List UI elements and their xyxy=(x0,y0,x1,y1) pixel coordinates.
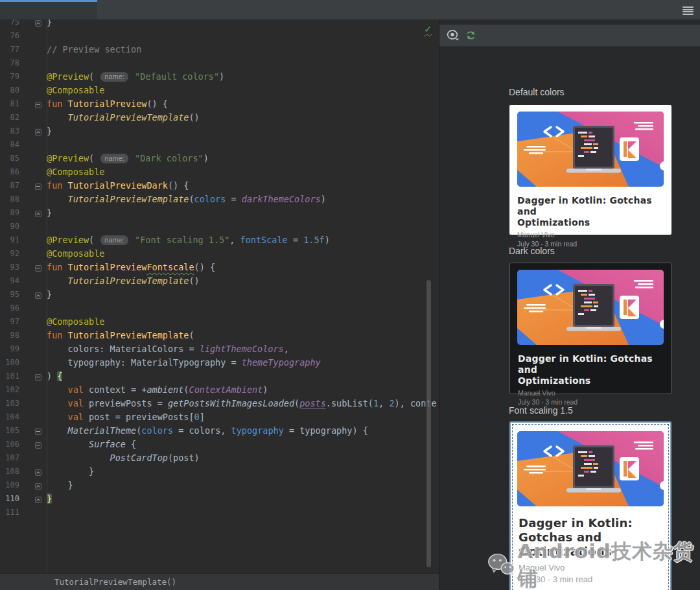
hamburger-menu-icon[interactable] xyxy=(682,6,694,14)
line-number[interactable]: 94 xyxy=(0,274,19,288)
code-line-76[interactable]: 76 xyxy=(0,29,439,43)
line-number[interactable]: 86 xyxy=(0,165,19,179)
line-number[interactable]: 99 xyxy=(0,342,19,356)
fold-end-icon[interactable] xyxy=(35,211,41,217)
line-number[interactable]: 81 xyxy=(0,97,19,111)
code-line-91[interactable]: 91@Preview( name: "Font scaling 1.5", fo… xyxy=(0,233,439,247)
preview-card-dark-colors[interactable]: Dagger in Kotlin: Gotchas and Optimizati… xyxy=(509,263,671,394)
eye-icon[interactable] xyxy=(447,30,460,43)
fold-end-icon[interactable] xyxy=(35,483,41,490)
code-line-86[interactable]: 86@Composable xyxy=(0,165,439,179)
line-number[interactable]: 100 xyxy=(0,356,19,370)
line-number[interactable]: 88 xyxy=(0,193,19,206)
line-number[interactable]: 105 xyxy=(0,424,19,438)
line-number[interactable]: 82 xyxy=(0,111,19,124)
line-number[interactable]: 110 xyxy=(0,492,19,506)
line-number[interactable]: 79 xyxy=(0,70,19,84)
fold-collapse-icon[interactable] xyxy=(35,374,41,381)
line-number[interactable]: 83 xyxy=(0,124,19,138)
line-number[interactable]: 78 xyxy=(0,56,19,70)
line-number[interactable]: 90 xyxy=(0,220,19,233)
code-line-90[interactable]: 90 xyxy=(0,220,439,233)
code-line-80[interactable]: 80@Composable xyxy=(0,84,439,97)
code-line-105[interactable]: 105 MaterialTheme(colors = colors, typog… xyxy=(0,424,439,438)
active-editor-tab[interactable] xyxy=(0,0,97,19)
line-number[interactable]: 77 xyxy=(0,43,19,56)
active-tab-indicator xyxy=(0,0,97,2)
code-line-101[interactable]: 101) { xyxy=(0,370,439,383)
code-line-97[interactable]: 97@Composable xyxy=(0,315,439,329)
code-line-78[interactable]: 78 xyxy=(0,56,439,70)
code-line-104[interactable]: 104 val post = previewPosts[0] xyxy=(0,410,439,424)
line-number[interactable]: 87 xyxy=(0,179,19,193)
line-number[interactable]: 80 xyxy=(0,84,19,97)
line-number[interactable]: 106 xyxy=(0,438,19,451)
code-line-98[interactable]: 98fun TutorialPreviewTemplate( xyxy=(0,329,439,342)
code-line-84[interactable]: 84 xyxy=(0,138,439,152)
code-line-82[interactable]: 82 TutorialPreviewTemplate() xyxy=(0,111,439,124)
fold-collapse-icon[interactable] xyxy=(35,183,41,190)
fold-end-icon[interactable] xyxy=(35,292,41,299)
line-number[interactable]: 107 xyxy=(0,451,19,465)
code-line-110[interactable]: 110} xyxy=(0,492,439,506)
line-number[interactable]: 98 xyxy=(0,329,19,342)
line-number[interactable]: 75 xyxy=(0,19,19,29)
fold-end-icon[interactable] xyxy=(35,469,41,476)
fold-collapse-icon[interactable] xyxy=(35,442,41,449)
code-line-89[interactable]: 89} xyxy=(0,206,439,220)
code-line-77[interactable]: 77// Preview section xyxy=(0,43,439,56)
code-line-88[interactable]: 88 TutorialPreviewTemplate(colors = dark… xyxy=(0,193,439,206)
code-line-93[interactable]: 93fun TutorialPreviewFontscale() { xyxy=(0,261,439,274)
line-number[interactable]: 92 xyxy=(0,247,19,261)
line-number[interactable]: 108 xyxy=(0,465,19,478)
line-number[interactable]: 102 xyxy=(0,383,19,397)
line-number[interactable]: 95 xyxy=(0,288,19,301)
code-line-81[interactable]: 81fun TutorialPreview() { xyxy=(0,97,439,111)
line-number[interactable]: 111 xyxy=(0,506,19,519)
code-line-92[interactable]: 92@Composable xyxy=(0,247,439,261)
breadcrumb[interactable]: TutorialPreviewTemplate() xyxy=(54,574,176,590)
code-line-83[interactable]: 83} xyxy=(0,124,439,138)
line-number[interactable]: 109 xyxy=(0,478,19,492)
fold-end-icon[interactable] xyxy=(35,20,41,27)
fold-collapse-icon[interactable] xyxy=(35,265,41,272)
code-line-100[interactable]: 100 typography: MaterialTypography = the… xyxy=(0,356,439,370)
fold-collapse-icon[interactable] xyxy=(35,429,41,435)
code-line-79[interactable]: 79@Preview( name: "Default colors") xyxy=(0,70,439,84)
editor-vertical-scrollbar[interactable] xyxy=(426,280,431,567)
line-number[interactable]: 96 xyxy=(0,301,19,315)
code-editor[interactable]: 75}7677// Preview section7879@Preview( n… xyxy=(0,19,439,573)
inspections-ok-check-icon[interactable]: ✓ xyxy=(424,23,432,35)
line-number[interactable]: 84 xyxy=(0,138,19,152)
code-line-94[interactable]: 94 TutorialPreviewTemplate() xyxy=(0,274,439,288)
fold-collapse-icon[interactable] xyxy=(35,102,41,108)
preview-card-default-colors[interactable]: Dagger in Kotlin: Gotchas and Optimizati… xyxy=(509,105,671,235)
fold-gutter xyxy=(19,315,47,329)
line-number[interactable]: 91 xyxy=(0,233,19,247)
code-line-106[interactable]: 106 Surface { xyxy=(0,438,439,451)
line-number[interactable]: 104 xyxy=(0,410,19,424)
code-line-95[interactable]: 95} xyxy=(0,288,439,301)
line-number[interactable]: 97 xyxy=(0,315,19,329)
line-number[interactable]: 101 xyxy=(0,370,19,383)
code-line-107[interactable]: 107 PostCardTop(post) xyxy=(0,451,439,465)
code-line-99[interactable]: 99 colors: MaterialColors = lightThemeCo… xyxy=(0,342,439,356)
code-line-111[interactable]: 111 xyxy=(0,506,439,519)
code-line-109[interactable]: 109 } xyxy=(0,478,439,492)
fold-end-icon[interactable] xyxy=(35,129,41,136)
code-line-85[interactable]: 85@Preview( name: "Dark colors") xyxy=(0,152,439,165)
code-line-103[interactable]: 103 val previewPosts = getPostsWithImage… xyxy=(0,397,439,410)
line-number[interactable]: 89 xyxy=(0,206,19,220)
code-line-108[interactable]: 108 } xyxy=(0,465,439,478)
line-number[interactable]: 103 xyxy=(0,397,19,410)
fold-end-icon[interactable] xyxy=(35,497,41,503)
line-number[interactable]: 93 xyxy=(0,261,19,274)
code-line-87[interactable]: 87fun TutorialPreviewDark() { xyxy=(0,179,439,193)
refresh-icon[interactable] xyxy=(465,30,476,43)
code-text: } xyxy=(47,465,94,478)
code-line-96[interactable]: 96 xyxy=(0,301,439,315)
code-line-75[interactable]: 75} xyxy=(0,19,439,29)
line-number[interactable]: 85 xyxy=(0,152,19,165)
line-number[interactable]: 76 xyxy=(0,29,19,43)
code-line-102[interactable]: 102 val context = +ambient(ContextAmbien… xyxy=(0,383,439,397)
